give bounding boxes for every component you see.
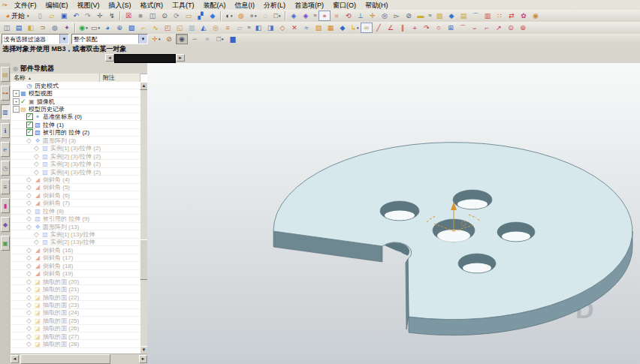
tree-checkbox[interactable] xyxy=(34,169,41,176)
tree-expander[interactable] xyxy=(28,154,33,159)
wedge-vertical-wall[interactable] xyxy=(406,259,409,329)
tree-checkbox[interactable] xyxy=(26,294,33,301)
book-button[interactable]: ▤ xyxy=(13,23,25,33)
trim-body-button[interactable]: ✕ xyxy=(288,23,300,33)
horizontal-scrollbar[interactable]: ◄ ► xyxy=(11,353,147,364)
render-style-button[interactable]: ◐ xyxy=(223,11,235,21)
window-feature-button[interactable]: ▦ xyxy=(325,23,337,33)
fill-box-button[interactable]: ■ xyxy=(134,11,146,21)
stack-button[interactable]: ≡ xyxy=(222,23,234,33)
sew-button[interactable]: ≈ xyxy=(300,23,312,33)
tree-row[interactable]: ◪ 抽取的面 (27) xyxy=(11,332,140,340)
menu-item[interactable]: 格式(R) xyxy=(136,1,168,10)
vertical-scrollbar[interactable]: ▲ ▼ xyxy=(140,82,147,354)
tree-expander[interactable]: + xyxy=(13,90,20,97)
menu-item[interactable]: 工具(T) xyxy=(168,1,199,10)
scroll-left-button[interactable]: ◄ xyxy=(105,54,114,62)
tree-checkbox[interactable] xyxy=(26,224,33,230)
tree-checkbox[interactable] xyxy=(34,161,41,167)
ball-button[interactable]: ◉ xyxy=(530,11,542,21)
face-edit-button[interactable]: ◌ xyxy=(259,11,271,21)
tree-row[interactable]: ▧ 实例[3] (3)/拉伸 (2) xyxy=(11,160,140,167)
tree-row[interactable]: ▧ 被引用的 拉伸 (9) xyxy=(11,215,140,222)
scroll-right-button[interactable]: ► xyxy=(139,355,147,363)
tree-row[interactable]: ◢ 倒斜角 (4) xyxy=(11,176,140,183)
rect-tool-button[interactable]: ▭ xyxy=(89,23,101,33)
assembly-navigator-button[interactable]: ▤ xyxy=(1,67,10,82)
tree-expander[interactable] xyxy=(20,263,26,269)
graphics-viewport[interactable]: D xyxy=(147,63,640,364)
tree-expander[interactable] xyxy=(20,177,26,182)
snap-point-toggle[interactable]: ✛ xyxy=(150,34,162,44)
tree-row[interactable]: ▧ 拉伸 (1) xyxy=(11,121,140,128)
fillet-button[interactable]: ⌒ xyxy=(457,23,469,33)
offset-button[interactable]: ↳ xyxy=(349,23,361,33)
tree-row[interactable]: - ▤ 模型历史记录 xyxy=(11,105,140,113)
menu-item[interactable]: 插入(S) xyxy=(104,1,136,10)
tree-row[interactable]: ◪ 抽取的面 (24) xyxy=(11,309,140,317)
tree-expander[interactable] xyxy=(20,334,26,339)
tree-checkbox[interactable] xyxy=(26,113,33,120)
mirror-right-button[interactable]: ◨ xyxy=(264,23,276,33)
pattern-button[interactable]: ∷ xyxy=(494,11,506,21)
circle-target-button[interactable]: ⊙ xyxy=(505,23,517,33)
refresh-button[interactable]: ⟳ xyxy=(171,11,183,21)
circle-button[interactable]: ○ xyxy=(433,23,445,33)
selection-filter-dropdown[interactable]: 没有选择过滤器 ▼ xyxy=(2,34,69,44)
tree-expander[interactable] xyxy=(20,209,26,214)
tree-checkbox[interactable] xyxy=(26,208,33,215)
swap-button[interactable]: ⇄ xyxy=(506,11,518,21)
tree-row[interactable]: ❖ 圆形阵列 (3) xyxy=(11,137,140,144)
donut-button[interactable]: ◎ xyxy=(210,23,222,33)
tree-row[interactable]: ◪ 抽取的面 (22) xyxy=(11,293,140,301)
open-file-button[interactable]: ▱ xyxy=(46,11,58,21)
history-button[interactable]: ◷ xyxy=(1,161,10,176)
touch-select-button[interactable]: ✛ xyxy=(94,11,106,21)
tree-row[interactable]: ❖ 圆形阵列 (13) xyxy=(11,223,140,230)
circle-target2-button[interactable]: ⊚ xyxy=(517,23,529,33)
tree-checkbox[interactable] xyxy=(26,302,33,308)
avatar-button[interactable]: ✦ xyxy=(61,23,73,33)
menu-item[interactable]: 装配(A) xyxy=(199,1,231,10)
image-button[interactable]: ▭ xyxy=(183,11,195,21)
tree-expander[interactable]: + xyxy=(13,98,20,105)
part-navigator-button[interactable]: ▥ xyxy=(1,104,10,119)
tree-expander[interactable] xyxy=(20,271,26,276)
diamond-button[interactable]: ◆ xyxy=(445,11,457,21)
new-file-button[interactable]: ▯ xyxy=(34,11,46,21)
stop-selection-button[interactable]: ⊘ xyxy=(163,34,175,44)
globe-button[interactable]: ⊕ xyxy=(113,23,125,33)
horizontal-scroll-thumb[interactable] xyxy=(20,354,110,364)
tree-row[interactable]: + ▣ 摄像机 xyxy=(11,98,140,105)
scroller-thumb[interactable] xyxy=(114,54,176,63)
toolbar-overflow[interactable]: » xyxy=(427,11,433,21)
hole-right[interactable] xyxy=(497,222,535,242)
tree-checkbox[interactable] xyxy=(26,254,33,261)
tree-expander[interactable] xyxy=(20,130,26,135)
wedge-button[interactable]: ◭ xyxy=(198,23,210,33)
tree-checkbox[interactable] xyxy=(26,192,33,199)
lasso-button[interactable]: ≈ xyxy=(201,34,213,44)
menu-item[interactable]: 首选项(P) xyxy=(290,1,328,10)
iso-view-button[interactable]: ◈ xyxy=(288,11,300,21)
tree-checkbox[interactable] xyxy=(34,231,41,238)
tree-expander[interactable] xyxy=(20,326,26,331)
marquee-button[interactable]: □ xyxy=(214,34,226,44)
tree-row[interactable]: ▧ 拉伸 (8) xyxy=(11,207,140,215)
tree-expander[interactable]: - xyxy=(13,106,20,113)
hook-button[interactable]: ⌐ xyxy=(137,23,149,33)
magnet-button[interactable]: ⊃ xyxy=(37,23,49,33)
tree-checkbox[interactable] xyxy=(26,270,33,277)
tree-expander[interactable] xyxy=(20,224,26,230)
tree-row[interactable]: ▧ 实例[4] (3)/拉伸 (2) xyxy=(11,168,140,176)
view-sphere-button[interactable]: ◍ xyxy=(49,23,61,33)
menu-item[interactable]: 文件(F) xyxy=(10,1,41,10)
window-layout-button[interactable]: ◫ xyxy=(1,23,13,33)
undo-button[interactable]: ↶ xyxy=(70,11,82,21)
tree-expander[interactable] xyxy=(28,239,33,245)
tree-checkbox[interactable] xyxy=(26,176,33,183)
mirror-left-button[interactable]: ◧ xyxy=(252,23,264,33)
tree-row[interactable]: ▧ 实例[2] (13)/拉伸 xyxy=(11,239,140,246)
tree-checkbox[interactable] xyxy=(26,215,33,222)
tree-checkbox[interactable] xyxy=(26,137,33,144)
